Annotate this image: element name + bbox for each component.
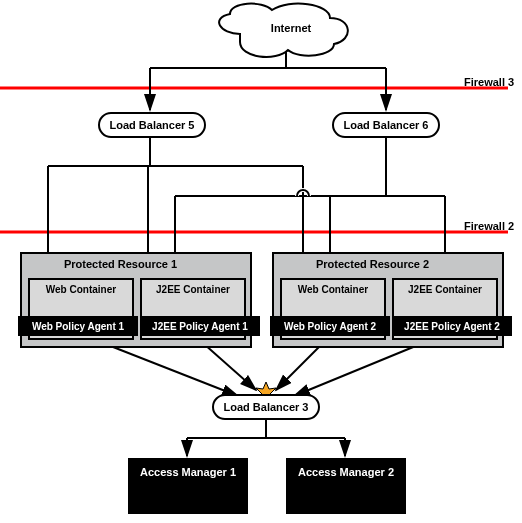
- access-manager-1: Access Manager 1: [128, 458, 248, 514]
- web-policy-agent-2: Web Policy Agent 2: [270, 316, 390, 336]
- load-balancer-6: Load Balancer 6: [332, 112, 440, 138]
- protected-resource-2-title: Protected Resource 2: [316, 258, 429, 270]
- j2ee-policy-agent-2: J2EE Policy Agent 2: [392, 316, 512, 336]
- internet-node: Internet: [256, 22, 326, 34]
- access-manager-2: Access Manager 2: [286, 458, 406, 514]
- j2ee-policy-agent-1: J2EE Policy Agent 1: [140, 316, 260, 336]
- load-balancer-3: Load Balancer 3: [212, 394, 320, 420]
- web-policy-agent-1: Web Policy Agent 1: [18, 316, 138, 336]
- protected-resource-1-title: Protected Resource 1: [64, 258, 177, 270]
- firewall-2-label: Firewall 2: [464, 220, 514, 232]
- firewall-3-label: Firewall 3: [464, 76, 514, 88]
- load-balancer-5: Load Balancer 5: [98, 112, 206, 138]
